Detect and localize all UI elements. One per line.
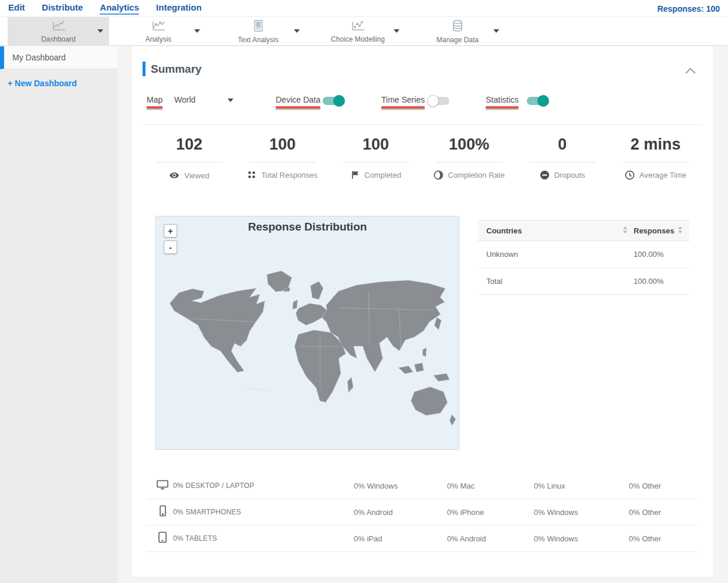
time-series-underline (381, 106, 425, 109)
chevron-down-icon[interactable] (394, 29, 399, 33)
country-name: Unknown (478, 250, 628, 259)
toolbar-item-dashboard[interactable]: Dashboard (8, 17, 109, 46)
sidebar-item-my-dashboard[interactable]: My Dashboard (0, 46, 117, 69)
device-category-label: 0% SMARTPHONES (173, 508, 241, 516)
clock-icon (625, 170, 635, 180)
stat-divider (623, 162, 689, 162)
device-stat: 0% Windows (354, 482, 398, 490)
dots-grid-icon (247, 170, 256, 179)
analytics-toolbar: Dashboard Analysis Text Analysis Choice … (0, 16, 728, 46)
line-chart-icon (151, 20, 166, 34)
countries-column-header[interactable]: Countries (486, 226, 522, 235)
stat-divider (343, 162, 409, 162)
time-series-label: Time Series (381, 95, 425, 109)
nav-tab-edit[interactable]: Edit (8, 2, 25, 15)
world-map-graphic (156, 239, 460, 447)
stats-row: 102 Viewed 100 Total Responses 100 (143, 135, 702, 181)
chevron-up-icon[interactable] (685, 66, 696, 77)
device-category-label: 0% DESKTOP / LAPTOP (173, 482, 255, 490)
device-stat: 0% Linux (534, 482, 565, 490)
device-category-label: 0% TABLETS (173, 534, 217, 543)
table-row-tablets: 0% TABLETS 0% iPad 0% Android 0% Windows… (147, 526, 698, 552)
chevron-down-icon[interactable] (493, 29, 499, 33)
dashboard-sidebar: My Dashboard + New Dashboard (0, 46, 117, 583)
toolbar-item-label: Text Analysis (238, 36, 278, 44)
map-control-label[interactable]: Map (147, 95, 162, 109)
countries-table-header: Countries Responses (478, 220, 689, 241)
chevron-down-icon[interactable] (194, 29, 200, 33)
chevron-down-icon[interactable] (97, 29, 103, 33)
device-stat: 0% Android (354, 508, 393, 517)
statistics-label: Statistics (486, 95, 519, 109)
device-stat: 0% Other (629, 508, 661, 517)
scatter-chart-icon (350, 20, 365, 34)
stat-divider (250, 162, 316, 162)
map-active-underline (147, 106, 162, 109)
statistics-toggle[interactable] (527, 97, 548, 105)
map-region-select[interactable]: World (174, 95, 195, 104)
toolbar-item-analysis[interactable]: Analysis (117, 17, 199, 46)
nav-tab-analytics[interactable]: Analytics (100, 2, 139, 15)
stat-total-responses: 100 Total Responses (236, 135, 329, 181)
country-responses: 100.00% (628, 250, 689, 259)
countries-table: Countries Responses Unknown 100.00% Tota… (478, 220, 689, 295)
summary-accent-bar (143, 62, 145, 76)
response-distribution-map[interactable]: Response Distribution + - (155, 216, 459, 450)
new-dashboard-button[interactable]: + New Dashboard (0, 79, 117, 88)
flag-icon (350, 170, 360, 179)
device-stat: 0% Windows (534, 534, 578, 543)
chevron-down-icon[interactable] (228, 99, 233, 102)
sort-icon[interactable] (678, 226, 683, 236)
device-stat: 0% Other (629, 534, 661, 543)
device-data-label: Device Data (276, 95, 320, 109)
toolbar-item-label: Dashboard (41, 35, 76, 43)
toolbar-item-choice-modelling[interactable]: Choice Modelling (317, 17, 399, 46)
toolbar-item-label: Analysis (145, 35, 172, 43)
device-data-toggle[interactable] (323, 97, 344, 105)
toolbar-item-text-analysis[interactable]: Text Analysis (217, 17, 299, 46)
stat-divider (436, 162, 502, 162)
device-stat: 0% iPhone (447, 508, 484, 517)
responses-column-header[interactable]: Responses (634, 226, 674, 235)
toggle-knob (333, 95, 345, 107)
section-divider (143, 124, 702, 125)
stat-divider (157, 162, 222, 162)
map-label-text: Map (147, 95, 162, 104)
nav-tab-distribute[interactable]: Distribute (42, 2, 83, 15)
sort-icon[interactable] (622, 226, 628, 236)
stat-value: 0 (558, 135, 567, 154)
nav-tab-integration[interactable]: Integration (156, 2, 202, 15)
analytics-dashboard-page: Edit Distribute Analytics Integration Re… (0, 0, 728, 583)
minus-circle-icon (540, 170, 550, 180)
table-row: Unknown 100.00% (478, 241, 689, 268)
stat-completed: 100 Completed (329, 135, 422, 181)
document-grid-icon (252, 19, 265, 35)
stat-label: Viewed (184, 171, 209, 180)
time-series-label-text: Time Series (381, 95, 425, 104)
device-stat: 0% Android (447, 534, 486, 543)
responses-count-link[interactable]: Responses: 100 (657, 4, 720, 13)
stat-label: Completion Rate (448, 171, 505, 179)
summary-title: Summary (151, 63, 202, 76)
device-stat: 0% Windows (534, 508, 578, 517)
sidebar-item-label: My Dashboard (12, 53, 66, 62)
time-series-toggle[interactable] (428, 97, 449, 105)
top-navigation: Edit Distribute Analytics Integration Re… (0, 0, 728, 16)
stat-value: 100% (449, 135, 489, 154)
stat-label: Average Time (639, 171, 686, 179)
stat-label: Total Responses (261, 171, 317, 179)
summary-panel: Summary Map World Device Data Time Serie… (132, 46, 713, 577)
toolbar-item-label: Manage Data (436, 36, 479, 44)
map-zoom-in-button[interactable]: + (164, 224, 177, 238)
map-title: Response Distribution (156, 221, 459, 233)
device-data-label-text: Device Data (276, 95, 320, 104)
desktop-icon (156, 479, 169, 493)
database-icon (451, 19, 464, 35)
toolbar-item-manage-data[interactable]: Manage Data (417, 17, 499, 46)
line-chart-icon (51, 20, 66, 34)
device-data-underline (276, 106, 320, 109)
eye-icon (169, 170, 180, 181)
table-row: Total 100.00% (478, 268, 689, 295)
statistics-label-text: Statistics (486, 95, 519, 104)
chevron-down-icon[interactable] (294, 29, 300, 33)
